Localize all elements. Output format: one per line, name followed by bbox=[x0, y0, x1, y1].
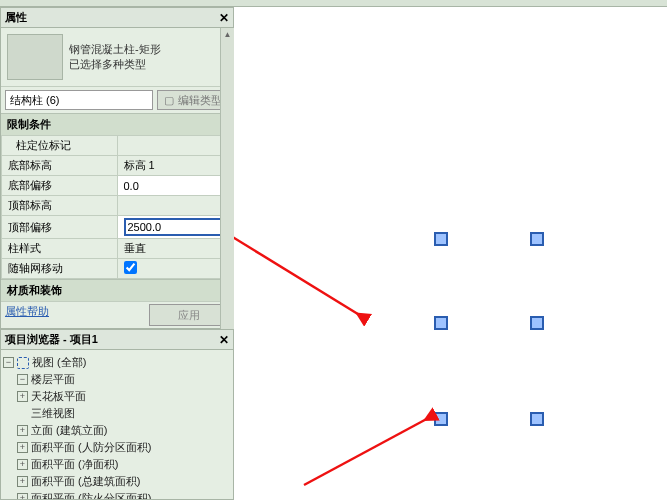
edit-type-button[interactable]: ▢ 编辑类型 bbox=[157, 90, 229, 110]
plus-icon[interactable]: + bbox=[17, 391, 28, 402]
column-instance[interactable] bbox=[434, 316, 448, 330]
top-ribbon bbox=[0, 0, 667, 7]
row-base-offset: 底部偏移0.0 bbox=[2, 176, 233, 196]
tree-root-views[interactable]: − 视图 (全部) bbox=[3, 354, 231, 371]
properties-header[interactable]: 属性 ✕ bbox=[0, 7, 234, 28]
plus-icon[interactable]: + bbox=[17, 442, 28, 453]
minus-icon[interactable]: − bbox=[3, 357, 14, 368]
row-loc-mark: 柱定位标记 bbox=[2, 136, 233, 156]
type-name: 钢管混凝土柱-矩形 bbox=[69, 42, 227, 57]
tree-node[interactable]: +面积平面 (净面积) bbox=[17, 456, 231, 473]
tree-node[interactable]: +天花板平面 bbox=[17, 388, 231, 405]
row-col-style: 柱样式垂直 bbox=[2, 239, 233, 259]
row-top-level: 顶部标高 bbox=[2, 196, 233, 216]
tree: − 视图 (全部) −楼层平面 +天花板平面 三维视图 +立面 (建筑立面) +… bbox=[1, 350, 233, 500]
constraints-table: 柱定位标记 底部标高标高 1 底部偏移0.0 顶部标高 顶部偏移 柱样式垂直 随… bbox=[1, 135, 233, 279]
svg-line-1 bbox=[234, 201, 366, 319]
column-instance[interactable] bbox=[434, 412, 448, 426]
left-panel-column: 属性 ✕ 钢管混凝土柱-矩形 已选择多种类型 ▢ 编辑类型 限制条件 ⌃ 柱定位… bbox=[0, 7, 234, 500]
props-help-link[interactable]: 属性帮助 bbox=[5, 304, 49, 326]
scrollbar[interactable] bbox=[220, 28, 234, 329]
drawing-canvas[interactable] bbox=[234, 7, 667, 500]
type-thumbnail bbox=[7, 34, 63, 80]
project-browser: − 视图 (全部) −楼层平面 +天花板平面 三维视图 +立面 (建筑立面) +… bbox=[0, 350, 234, 500]
column-instance[interactable] bbox=[434, 232, 448, 246]
minus-icon[interactable]: − bbox=[17, 374, 28, 385]
type-sub: 已选择多种类型 bbox=[69, 57, 227, 72]
plus-icon[interactable]: + bbox=[17, 476, 28, 487]
tree-node[interactable]: +立面 (建筑立面) bbox=[17, 422, 231, 439]
svg-line-2 bbox=[304, 415, 434, 485]
tree-node[interactable]: 三维视图 bbox=[31, 405, 231, 422]
browser-header[interactable]: 项目浏览器 - 项目1 ✕ bbox=[0, 329, 234, 350]
properties-title: 属性 bbox=[5, 10, 27, 25]
properties-panel: 钢管混凝土柱-矩形 已选择多种类型 ▢ 编辑类型 限制条件 ⌃ 柱定位标记 底部… bbox=[0, 28, 234, 329]
props-footer: 属性帮助 应用 bbox=[1, 301, 233, 328]
group-material[interactable]: 材质和装饰 ⌃ bbox=[1, 279, 233, 301]
column-instance[interactable] bbox=[530, 316, 544, 330]
type-selector[interactable]: 钢管混凝土柱-矩形 已选择多种类型 bbox=[1, 28, 233, 86]
browser-title: 项目浏览器 - 项目1 bbox=[5, 332, 98, 347]
annotation-arrows bbox=[234, 7, 664, 500]
close-icon[interactable]: ✕ bbox=[219, 333, 229, 347]
top-offset-input[interactable] bbox=[124, 218, 227, 236]
column-instance[interactable] bbox=[530, 412, 544, 426]
plus-icon[interactable]: + bbox=[17, 459, 28, 470]
row-follow-grid: 随轴网移动 bbox=[2, 259, 233, 279]
row-base-level: 底部标高标高 1 bbox=[2, 156, 233, 176]
group-constraints[interactable]: 限制条件 ⌃ bbox=[1, 113, 233, 135]
type-info: 钢管混凝土柱-矩形 已选择多种类型 bbox=[69, 42, 227, 72]
apply-button[interactable]: 应用 bbox=[149, 304, 229, 326]
category-select[interactable] bbox=[5, 90, 153, 110]
plus-icon[interactable]: + bbox=[17, 493, 28, 500]
row-top-offset: 顶部偏移 bbox=[2, 216, 233, 239]
views-icon bbox=[17, 357, 29, 369]
close-icon[interactable]: ✕ bbox=[219, 11, 229, 25]
tree-node[interactable]: +面积平面 (总建筑面积) bbox=[17, 473, 231, 490]
tree-node[interactable]: +面积平面 (人防分区面积) bbox=[17, 439, 231, 456]
follow-grid-checkbox[interactable] bbox=[124, 261, 137, 274]
plus-icon[interactable]: + bbox=[17, 425, 28, 436]
tree-node[interactable]: +面积平面 (防火分区面积) bbox=[17, 490, 231, 500]
column-instance[interactable] bbox=[530, 232, 544, 246]
tree-node[interactable]: −楼层平面 bbox=[17, 371, 231, 388]
